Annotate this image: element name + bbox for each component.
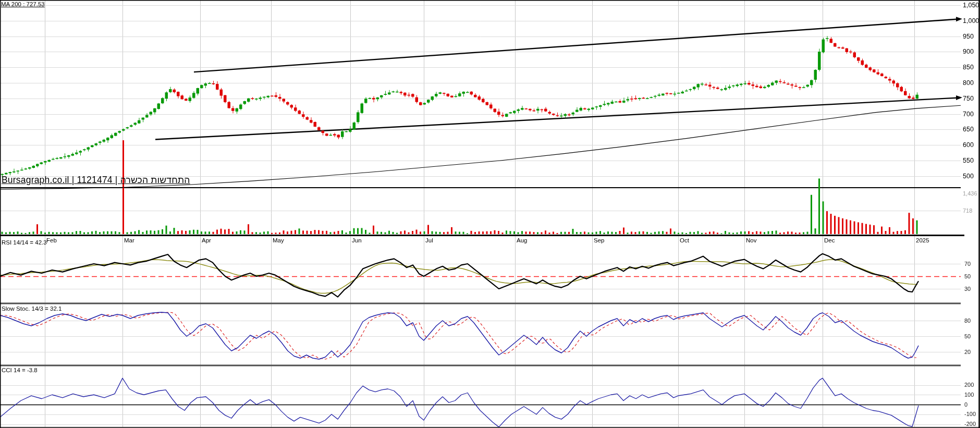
price-tick-label: 500 [963,173,974,180]
price-tick-label: 650 [963,126,974,133]
stoch-tick-label: 50 [964,333,971,339]
stoch-tick-label: 20 [964,349,971,355]
month-label: Feb [46,237,57,243]
price-tick-label: 1,000 [963,17,979,25]
month-label: 2025 [916,237,929,243]
price-tick-label: 900 [963,48,974,55]
price-tick-label: 800 [963,79,974,87]
price-tick-label: 850 [963,64,974,71]
volume-tick-label: 1,436 [963,190,977,197]
rsi-indicator-label: RSI 14/14 = 42.3 [2,239,47,246]
month-label: Sep [594,237,604,243]
price-tick-label: 600 [963,141,974,149]
month-label: Aug [517,237,527,243]
month-label: Jul [425,237,433,243]
month-label: Nov [746,237,756,243]
month-label: Mar [124,237,134,243]
chart-root: MA 200 : 727.53 Bursagraph.co.il | 11214… [0,0,980,428]
price-tick-label: 1,050 [963,2,979,9]
price-tick-label: 550 [963,157,974,164]
month-label: May [273,237,284,243]
price-tick-label: 700 [963,111,974,118]
cci-tick-label: -200 [964,421,976,427]
volume-tick-label: 718 [963,207,972,214]
month-label: Dec [824,237,835,243]
ma-200-label: MA 200 : 727.53 [1,1,45,7]
cci-tick-label: 200 [964,382,974,388]
rsi-tick-label: 50 [964,273,971,279]
stoch-tick-label: 80 [964,317,971,324]
cci-tick-label: 100 [964,392,974,398]
cci-tick-label: -100 [964,411,976,417]
rsi-tick-label: 30 [964,286,971,292]
chart-canvas [0,0,980,428]
month-label: Apr [202,237,211,243]
price-tick-label: 750 [963,95,974,102]
rsi-tick-label: 70 [964,261,971,267]
cci-indicator-label: CCI 14 = -3.8 [2,367,38,373]
month-label: Jun [352,237,362,243]
month-label: Oct [680,237,689,243]
price-tick-label: 950 [963,33,974,40]
watermark-text: Bursagraph.co.il | 1121474 | התחדשות הכש… [2,175,190,186]
cci-tick-label: 0 [964,401,967,408]
stoch-indicator-label: Slow Stoc. 14/3 = 32.1 [2,305,62,312]
